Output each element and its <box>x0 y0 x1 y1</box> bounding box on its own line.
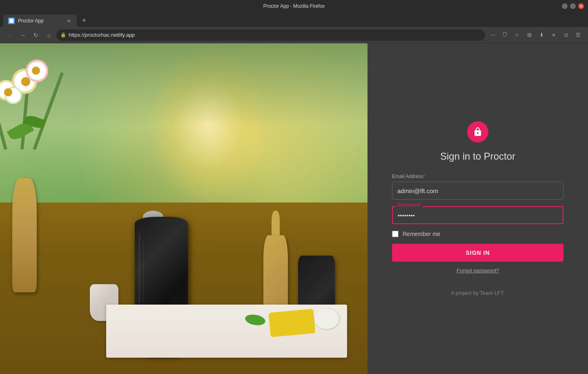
nature-overlay <box>0 43 368 125</box>
minimize-button[interactable]: — <box>562 3 568 9</box>
nav-bar: ← → ↻ ⌂ 🔒 https://proctorhac.netlify.app… <box>0 27 588 43</box>
login-panel: Sign in to Proctor Email Address* Passwo… <box>368 43 588 374</box>
home-button[interactable]: ⌂ <box>43 29 55 41</box>
address-bar[interactable]: 🔒 https://proctorhac.netlify.app <box>56 29 485 41</box>
forward-button[interactable]: → <box>17 29 29 41</box>
window-controls: — ❐ ✕ <box>562 3 584 9</box>
lock-icon <box>473 127 483 137</box>
password-input-wrapper: Password* <box>392 206 564 224</box>
email-form-group: Email Address* <box>392 174 564 200</box>
bottle-neck <box>272 211 280 235</box>
content-area: Sign in to Proctor Email Address* Passwo… <box>0 43 588 374</box>
password-form-group: Password* <box>392 206 564 224</box>
food-platter <box>106 305 347 358</box>
close-button[interactable]: ✕ <box>578 3 584 9</box>
sign-in-title: Sign in to Proctor <box>440 151 515 162</box>
browser-tab[interactable]: Proctor App ✕ <box>3 15 77 27</box>
tab-bar: Proctor App ✕ + <box>0 12 588 27</box>
email-input[interactable] <box>392 182 564 200</box>
reading-list-button[interactable]: ≡ <box>548 29 559 41</box>
tab-favicon-inner <box>9 19 13 23</box>
flower-center-3 <box>32 67 40 75</box>
bookmark-button[interactable]: ☆ <box>511 29 523 41</box>
window-title: Proctor App - Mozilla Firefox <box>263 3 325 9</box>
password-input[interactable] <box>392 206 564 224</box>
sign-in-button[interactable]: SIGN IN <box>392 244 564 262</box>
scene-elements <box>0 43 368 374</box>
green-food <box>244 313 266 327</box>
remember-row: Remember me <box>392 231 564 237</box>
sync-button[interactable]: ⊙ <box>560 29 572 41</box>
nav-right-controls: ⋯ ⛉ ☆ ⊞ ⬇ ≡ ⊙ ☰ <box>487 29 584 41</box>
menu-button[interactable]: ☰ <box>572 29 584 41</box>
flower-center-2 <box>21 77 30 86</box>
browser-window: Proctor App - Mozilla Firefox — ❐ ✕ Proc… <box>0 0 588 374</box>
yellow-food <box>269 309 316 337</box>
reload-button[interactable]: ↻ <box>30 29 42 41</box>
team-credit: A project by Team LFT. <box>451 290 505 296</box>
restore-button[interactable]: ❐ <box>570 3 576 9</box>
extensions-button[interactable]: ⋯ <box>487 29 498 41</box>
back-button[interactable]: ← <box>4 29 16 41</box>
remember-checkbox[interactable] <box>392 231 399 237</box>
forgot-password-link[interactable]: Forgot password? <box>457 267 499 274</box>
flower-vase <box>12 178 37 292</box>
remember-label[interactable]: Remember me <box>403 231 441 237</box>
download-button[interactable]: ⬇ <box>536 29 547 41</box>
pitcher-highlight-1 <box>139 233 140 315</box>
address-text: https://proctorhac.netlify.app <box>69 32 481 38</box>
title-bar: Proctor App - Mozilla Firefox — ❐ ✕ <box>0 0 588 12</box>
pocket-button[interactable]: ⛉ <box>499 29 510 41</box>
flower-center-1 <box>4 88 12 96</box>
email-label: Email Address* <box>392 174 564 179</box>
address-lock-icon: 🔒 <box>60 32 66 38</box>
hero-image <box>0 43 368 374</box>
lock-icon-container <box>467 121 488 142</box>
tab-favicon <box>8 18 15 24</box>
tab-label: Proctor App <box>18 18 62 24</box>
apps-button[interactable]: ⊞ <box>523 29 535 41</box>
tab-close-button[interactable]: ✕ <box>65 18 72 24</box>
password-floating-label: Password* <box>396 202 423 208</box>
new-tab-button[interactable]: + <box>78 15 90 26</box>
pitcher-highlight-2 <box>143 241 144 303</box>
white-bowl <box>314 309 339 329</box>
